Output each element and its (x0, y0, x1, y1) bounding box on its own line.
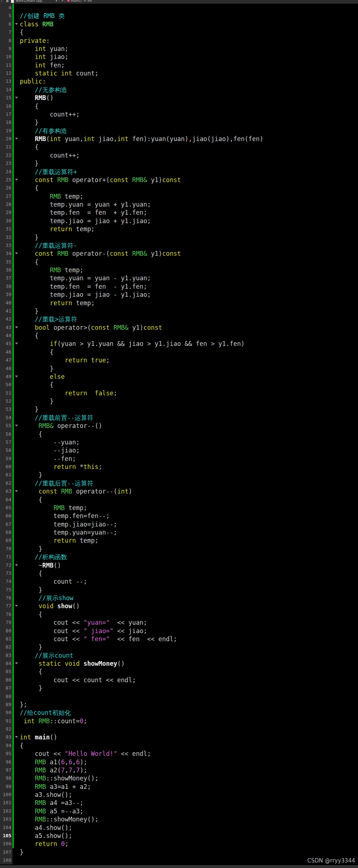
code-line[interactable]: 22 count++; (0, 151, 358, 159)
code-line[interactable]: 98 RMB::showMoney(); (0, 774, 358, 782)
fold-arrow-icon[interactable] (15, 736, 18, 738)
fold-arrow-icon[interactable] (15, 376, 18, 377)
horizontal-scrollbar[interactable] (0, 865, 358, 868)
code-line[interactable]: 73 { (0, 569, 358, 577)
code-line[interactable]: 69 return temp; (0, 536, 358, 544)
code-line[interactable]: 82 } (0, 643, 358, 651)
code-line[interactable]: 17 count++; (0, 110, 358, 118)
fold-arrow-icon[interactable] (15, 662, 18, 664)
code-line[interactable]: 55 RMB& operator--() (0, 422, 358, 430)
code-line[interactable]: 12 static int count; (0, 69, 358, 77)
symbol-selector[interactable]: main() -> int (71, 0, 92, 3)
code-line[interactable]: 48 } (0, 365, 358, 373)
code-line[interactable]: 39 temp.jiao = jiao - y1.jiao; (0, 291, 358, 299)
code-line[interactable]: 35 { (0, 258, 358, 266)
code-line[interactable]: 18 } (0, 118, 358, 126)
code-line[interactable]: 32 } (0, 233, 358, 241)
file-dropdown-icon[interactable]: ▾ (56, 0, 57, 3)
code-line[interactable]: 106 return 0; (0, 840, 358, 848)
code-line[interactable]: 107} (0, 848, 358, 856)
code-line[interactable]: 92 (0, 725, 358, 733)
code-line[interactable]: 36 RMB temp; (0, 266, 358, 274)
code-line[interactable]: 16 { (0, 102, 358, 110)
fold-arrow-icon[interactable] (15, 252, 18, 254)
code-line[interactable]: 88 (0, 692, 358, 701)
code-line[interactable]: 6class RMB (0, 20, 358, 28)
code-line[interactable]: 49 else (0, 373, 358, 381)
code-line[interactable]: 41 } (0, 307, 358, 315)
code-line[interactable]: 84 static void showMoney() (0, 660, 358, 668)
code-line[interactable]: 74 count --; (0, 577, 358, 586)
fold-arrow-icon[interactable] (15, 343, 18, 344)
code-line[interactable]: 86 cout << count << endl; (0, 676, 358, 684)
code-line[interactable]: 24 //重载运算符+ (0, 168, 358, 176)
code-line[interactable]: 105 a5.show(); (0, 832, 358, 840)
code-line[interactable]: 8private: (0, 37, 358, 45)
code-line[interactable]: 7{ (0, 28, 358, 36)
code-line[interactable]: 47 return true; (0, 356, 358, 364)
code-line[interactable]: 58 --jiao; (0, 446, 358, 454)
code-line[interactable]: 94{ (0, 742, 358, 750)
code-line[interactable]: 77 void show() (0, 602, 358, 610)
code-line[interactable]: 62 //重载后置--运算符 (0, 479, 358, 487)
code-line[interactable]: 80 cout << " jiao=" << jiao; (0, 627, 358, 635)
code-line[interactable]: 38 temp.fen = fen - y1.fen; (0, 282, 358, 291)
fold-arrow-icon[interactable] (15, 23, 18, 25)
code-line[interactable]: 75 } (0, 586, 358, 594)
code-line[interactable]: 60 return *this; (0, 463, 358, 471)
code-line[interactable]: 81 cout << " fen=" << fen << endl; (0, 635, 358, 643)
code-line[interactable]: 27 RMB temp; (0, 192, 358, 200)
code-line[interactable]: 21 { (0, 143, 358, 151)
code-line[interactable]: 61 } (0, 471, 358, 479)
code-line[interactable]: 15 RMB() (0, 94, 358, 102)
code-line[interactable]: 78 { (0, 610, 358, 618)
code-line[interactable]: 97 RMB a2(7,7,7); (0, 766, 358, 774)
code-line[interactable]: 89}; (0, 701, 358, 709)
code-line[interactable]: 31 return temp; (0, 225, 358, 233)
code-line[interactable]: 56 { (0, 430, 358, 438)
open-file-tab[interactable]: work1/main.cpp (16, 0, 42, 3)
code-line[interactable]: 59 --fen; (0, 455, 358, 463)
code-line[interactable]: 71 //析构函数 (0, 553, 358, 561)
code-line[interactable]: 72 ~RMB() (0, 561, 358, 569)
code-line[interactable]: 63 const RMB operator--(int) (0, 487, 358, 495)
fold-arrow-icon[interactable] (15, 179, 18, 181)
code-line[interactable]: 30 temp.jiao = jiao + y1.jiao; (0, 217, 358, 225)
code-line[interactable]: 102 RMB a5 =--a3; (0, 807, 358, 815)
code-line[interactable]: 101 RMB a4 =a3--; (0, 799, 358, 807)
code-line[interactable]: 4 (0, 4, 358, 12)
fold-arrow-icon[interactable] (15, 326, 18, 328)
code-line[interactable]: 85 { (0, 668, 358, 676)
code-line[interactable]: 64 { (0, 496, 358, 504)
code-line[interactable]: 26 { (0, 184, 358, 192)
fold-arrow-icon[interactable] (15, 425, 18, 426)
code-line[interactable]: 93int main() (0, 733, 358, 741)
code-line[interactable]: 51 return false; (0, 389, 358, 397)
code-line[interactable]: 46 { (0, 348, 358, 356)
code-line[interactable]: 5//创建 RMB 类 (0, 12, 358, 20)
code-line[interactable]: 13public: (0, 77, 358, 85)
fold-arrow-icon[interactable] (15, 605, 18, 607)
code-line[interactable]: 54 //重载前置--运算符 (0, 414, 358, 422)
code-line[interactable]: 52 } (0, 397, 358, 405)
fold-arrow-icon[interactable] (15, 97, 18, 99)
code-line[interactable]: 65 RMB temp; (0, 504, 358, 512)
code-line[interactable]: 28 temp.yuan = yuan + y1.yuan; (0, 200, 358, 208)
code-line[interactable]: 104 a4.show(); (0, 824, 358, 832)
code-line[interactable]: 34 const RMB operator-(const RMB& y1)con… (0, 250, 358, 258)
code-line[interactable]: 40 return temp; (0, 299, 358, 307)
code-line[interactable]: 37 temp.yuan = yuan - y1.yuan; (0, 274, 358, 282)
code-line[interactable]: 43 bool operator>(const RMB& y1)const (0, 324, 358, 332)
code-line[interactable]: 14 //无参构造 (0, 86, 358, 94)
code-line[interactable]: 9 int yuan; (0, 45, 358, 53)
code-line[interactable]: 83 //展示count (0, 651, 358, 660)
close-file-button[interactable]: ✕ (61, 0, 64, 3)
fold-arrow-icon[interactable] (15, 138, 18, 140)
code-line[interactable]: 66 temp.fen=fen--; (0, 512, 358, 520)
code-line[interactable]: 103 RMB::showMoney(); (0, 815, 358, 823)
code-line[interactable]: 50 { (0, 381, 358, 389)
code-line[interactable]: 20 RMB(int yuan,int jiao,int fen):yuan(y… (0, 135, 358, 143)
code-line[interactable]: 87 } (0, 684, 358, 692)
code-line[interactable]: 79 cout << "yuan=" << yuan; (0, 618, 358, 627)
split-editor-icon[interactable] (6, 0, 8, 2)
